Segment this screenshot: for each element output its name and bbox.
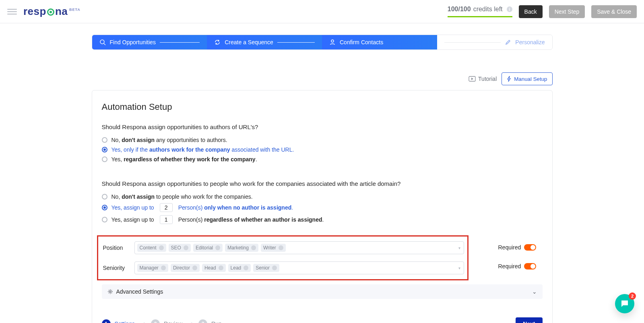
remove-chip-icon[interactable] (215, 245, 220, 250)
wizard-progress: Find Opportunities Create a Sequence Con… (92, 35, 553, 50)
search-icon (99, 39, 106, 45)
remove-chip-icon[interactable] (272, 265, 277, 270)
svg-point-4 (109, 291, 111, 292)
chevron-down-icon[interactable]: ▾ (458, 246, 460, 250)
chip-content[interactable]: Content (137, 244, 166, 252)
q1-option-no[interactable]: No, don't assign any opportunities to au… (102, 135, 543, 145)
seniority-required: Required (498, 263, 543, 270)
radio-icon[interactable] (102, 217, 107, 222)
lightning-icon (507, 76, 512, 82)
wizard-step-label: Find Opportunities (110, 39, 156, 45)
step-number: 2 (151, 319, 160, 323)
required-label: Required (498, 244, 521, 251)
radio-icon[interactable] (102, 147, 107, 152)
q2-num-any[interactable] (160, 215, 173, 224)
logo[interactable]: respna BETA (23, 5, 82, 18)
radio-icon[interactable] (102, 137, 107, 143)
wizard-step-label: Create a Sequence (225, 39, 273, 45)
bottom-stepper: 1 Settings › 2 Review › 3 Run (102, 319, 238, 323)
remove-chip-icon[interactable] (279, 245, 283, 250)
back-button[interactable]: Back (519, 5, 543, 18)
q2-group: Should Respona assign opportunities to p… (102, 180, 543, 226)
save-close-button[interactable]: Save & Close (591, 5, 637, 18)
gear-icon (107, 289, 113, 294)
chip-director[interactable]: Director (171, 264, 200, 272)
radio-icon[interactable] (102, 156, 107, 162)
q2-option-yes-any[interactable]: Yes, assign up to Person(s) regardless o… (102, 214, 543, 226)
position-required: Required (498, 244, 543, 251)
chip-manager[interactable]: Manager (137, 264, 168, 272)
q2-num-noauthor[interactable] (160, 203, 173, 212)
seniority-required-toggle[interactable] (524, 263, 536, 270)
seniority-row: Seniority Manager Director Head Lead Sen… (100, 261, 464, 274)
chip-marketing[interactable]: Marketing (225, 244, 258, 252)
tutorial-link[interactable]: Tutorial (469, 76, 497, 82)
wizard-step-personalize[interactable]: Personalize (437, 35, 552, 49)
remove-chip-icon[interactable] (159, 245, 164, 250)
required-column: Required Required (498, 233, 543, 280)
menu-toggle[interactable] (7, 7, 17, 16)
advanced-settings-toggle[interactable]: Advanced Settings ⌄ (102, 284, 543, 299)
chat-icon (620, 299, 630, 309)
q2-option-yes-noauthor[interactable]: Yes, assign up to Person(s) only when no… (102, 202, 543, 214)
chat-bubble[interactable]: 2 (615, 294, 634, 313)
svg-point-0 (100, 40, 104, 44)
next-step-button[interactable]: Next Step (549, 5, 585, 18)
edit-icon (505, 39, 511, 45)
topbar: respna BETA 100/100 credits left i Back … (0, 0, 644, 23)
remove-chip-icon[interactable] (251, 245, 256, 250)
wizard-step-create-sequence[interactable]: Create a Sequence (207, 35, 322, 49)
panel-title: Automation Setup (102, 102, 543, 112)
step-number: 1 (102, 319, 111, 323)
highlight-box: Position Content SEO Editorial Marketing… (97, 235, 469, 280)
radio-icon[interactable] (102, 194, 107, 200)
chip-seo[interactable]: SEO (169, 244, 191, 252)
panel-bottom: 1 Settings › 2 Review › 3 Run Next (102, 317, 543, 323)
manual-setup-button[interactable]: Manual Setup (502, 72, 552, 85)
step-label: Review (164, 321, 182, 323)
bottom-step-run[interactable]: 3 Run (198, 319, 238, 323)
seniority-label: Seniority (103, 265, 128, 271)
chevron-right-icon: › (143, 319, 146, 323)
chevron-down-icon: ⌄ (532, 288, 537, 295)
chevron-right-icon: › (191, 319, 194, 323)
q2-option-no[interactable]: No, don't assign to people who work for … (102, 192, 543, 202)
credits-count: 100/100 (448, 6, 471, 13)
tutorial-label: Tutorial (478, 76, 497, 82)
remove-chip-icon[interactable] (219, 265, 223, 270)
chip-senior[interactable]: Senior (253, 264, 279, 272)
remove-chip-icon[interactable] (244, 265, 248, 270)
q1-option-yes-any[interactable]: Yes, regardless of whether they work for… (102, 154, 543, 164)
chip-writer[interactable]: Writer (261, 244, 286, 252)
step-number: 3 (198, 319, 207, 323)
wizard-step-find-opportunities[interactable]: Find Opportunities (92, 35, 207, 49)
radio-icon[interactable] (102, 205, 107, 210)
credits-label: credits left (473, 6, 503, 13)
q2-text: Should Respona assign opportunities to p… (102, 180, 543, 187)
remove-chip-icon[interactable] (184, 245, 188, 250)
next-button[interactable]: Next (516, 317, 542, 323)
remove-chip-icon[interactable] (161, 265, 166, 270)
chip-editorial[interactable]: Editorial (193, 244, 223, 252)
play-icon (469, 76, 476, 82)
automation-setup-panel: Automation Setup Should Respona assign o… (92, 90, 553, 323)
chip-head[interactable]: Head (202, 264, 226, 272)
wizard-step-confirm-contacts[interactable]: Confirm Contacts (322, 35, 437, 49)
seniority-multiselect[interactable]: Manager Director Head Lead Senior ▾ (134, 261, 464, 274)
chevron-down-icon[interactable]: ▾ (458, 266, 460, 270)
chat-badge: 2 (629, 292, 636, 300)
logo-orb-icon (47, 8, 54, 16)
q1-group: Should Respona assign opportunities to a… (102, 123, 543, 164)
q1-text: Should Respona assign opportunities to a… (102, 123, 543, 130)
chip-lead[interactable]: Lead (228, 264, 251, 272)
position-multiselect[interactable]: Content SEO Editorial Marketing Writer ▾ (134, 241, 464, 254)
remove-chip-icon[interactable] (192, 265, 197, 270)
step-label: Run (211, 321, 222, 323)
info-icon[interactable]: i (507, 6, 512, 12)
q1-option-yes-company[interactable]: Yes, only if the authors work for the co… (102, 145, 543, 154)
logo-beta: BETA (69, 8, 80, 12)
wizard-step-label: Personalize (515, 39, 545, 45)
bottom-step-review[interactable]: 2 Review › (151, 319, 198, 323)
bottom-step-settings[interactable]: 1 Settings › (102, 319, 151, 323)
position-required-toggle[interactable] (524, 244, 536, 251)
